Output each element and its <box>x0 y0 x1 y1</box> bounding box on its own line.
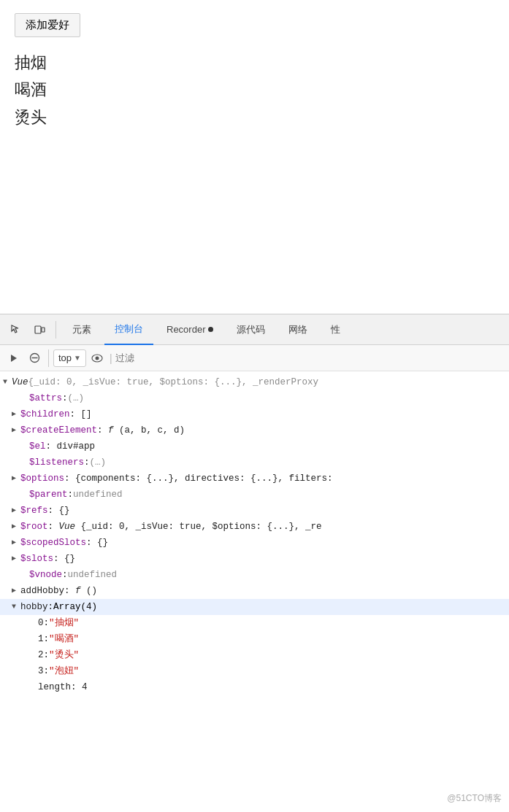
svg-rect-1 <box>42 328 45 332</box>
svg-marker-2 <box>11 355 17 362</box>
clear-console-icon[interactable] <box>25 349 44 368</box>
recorder-dot-icon <box>208 327 213 332</box>
svg-point-6 <box>95 356 99 360</box>
tab-sources[interactable]: 源代码 <box>226 314 275 345</box>
console-line-slots: $slots: {} <box>0 551 509 567</box>
console-line-listeners: $listeners: (…) <box>0 455 509 471</box>
tab-elements[interactable]: 元素 <box>62 314 102 345</box>
tab-recorder[interactable]: Recorder <box>156 314 223 345</box>
toggle-options[interactable] <box>12 473 20 484</box>
eye-icon[interactable] <box>88 349 107 368</box>
device-toggle-icon[interactable] <box>29 320 50 340</box>
console-line-hobby-1: 1: "喝酒" <box>0 631 509 647</box>
toggle-root[interactable] <box>12 521 20 533</box>
hobby-list: 抽烟 喝酒 烫头 <box>15 49 494 131</box>
inspect-element-icon[interactable] <box>6 320 26 340</box>
console-line-root: $root: Vue {_uid: 0, _isVue: true, $opti… <box>0 519 509 535</box>
devtools-tabbar: 元素 控制台 Recorder 源代码 网络 性 <box>0 314 509 345</box>
add-hobby-button[interactable]: 添加爱好 <box>15 13 80 37</box>
hobby-item-2: 烫头 <box>15 104 494 131</box>
context-selector-label: top <box>58 352 72 363</box>
console-line-parent: $parent: undefined <box>0 487 509 503</box>
console-line-addhobby: addHobby: f () <box>0 583 509 599</box>
context-selector-arrow: ▼ <box>74 354 81 362</box>
toggle-vue-root[interactable] <box>3 376 12 388</box>
console-line-hobby-3: 3: "泡妞" <box>0 663 509 679</box>
console-line-hobby-0: 0: "抽烟" <box>0 615 509 631</box>
tab-performance[interactable]: 性 <box>321 314 351 345</box>
toggle-createelement[interactable] <box>12 425 20 436</box>
console-line-attrs: $attrs: (…) <box>0 390 509 406</box>
hobby-item-1: 喝酒 <box>15 76 494 103</box>
context-selector[interactable]: top ▼ <box>53 349 86 367</box>
console-line-options: $options: {components: {...}, directives… <box>0 471 509 487</box>
toolbar-separator <box>56 321 56 339</box>
console-line-createelement: $createElement: f (a, b, c, d) <box>0 422 509 438</box>
console-content: Vue {_uid: 0, _isVue: true, $options: {.… <box>0 371 509 698</box>
console-toolbar: top ▼ | <box>0 345 509 371</box>
console-line-scopedslots: $scopedSlots: {} <box>0 535 509 551</box>
console-line-refs: $refs: {} <box>0 503 509 519</box>
app-area: 添加爱好 抽烟 喝酒 烫头 <box>0 0 509 314</box>
console-line-vnode: $vnode: undefined <box>0 567 509 583</box>
toggle-children[interactable] <box>12 409 20 420</box>
tab-console[interactable]: 控制台 <box>104 314 153 345</box>
console-line-hobby-2: 2: "烫头" <box>0 647 509 663</box>
filter-separator: | <box>108 352 114 364</box>
console-line-hobby-array: hobby: Array(4) <box>0 599 509 615</box>
run-script-icon[interactable] <box>4 349 23 368</box>
hobby-item-0: 抽烟 <box>15 49 494 76</box>
watermark: @51CTO博客 <box>447 792 502 805</box>
toggle-addhobby[interactable] <box>12 585 20 597</box>
toggle-hobby[interactable] <box>12 601 20 613</box>
toggle-refs[interactable] <box>12 505 20 517</box>
svg-rect-0 <box>35 326 41 333</box>
console-line-vue-root: Vue {_uid: 0, _isVue: true, $options: {.… <box>0 374 509 390</box>
console-line-el: $el: div#app <box>0 438 509 455</box>
toggle-slots[interactable] <box>12 553 20 565</box>
console-toolbar-sep <box>48 349 49 367</box>
console-line-length: length: 4 <box>0 679 509 695</box>
filter-input[interactable] <box>115 352 203 363</box>
console-line-children: $children: [] <box>0 406 509 422</box>
toggle-scopedslots[interactable] <box>12 537 20 549</box>
devtools-panel: 元素 控制台 Recorder 源代码 网络 性 <box>0 314 509 698</box>
tab-network[interactable]: 网络 <box>278 314 318 345</box>
